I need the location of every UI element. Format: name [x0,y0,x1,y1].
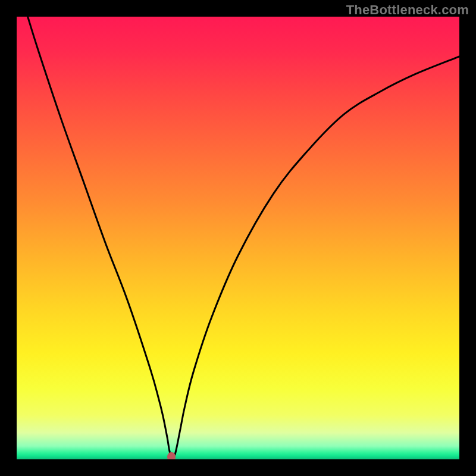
curve-svg [17,17,459,459]
watermark-text: TheBottleneck.com [346,2,469,18]
chart-frame: TheBottleneck.com [0,0,476,476]
optimal-point-marker [167,452,176,459]
bottleneck-curve [28,17,459,458]
plot-area [17,17,459,459]
